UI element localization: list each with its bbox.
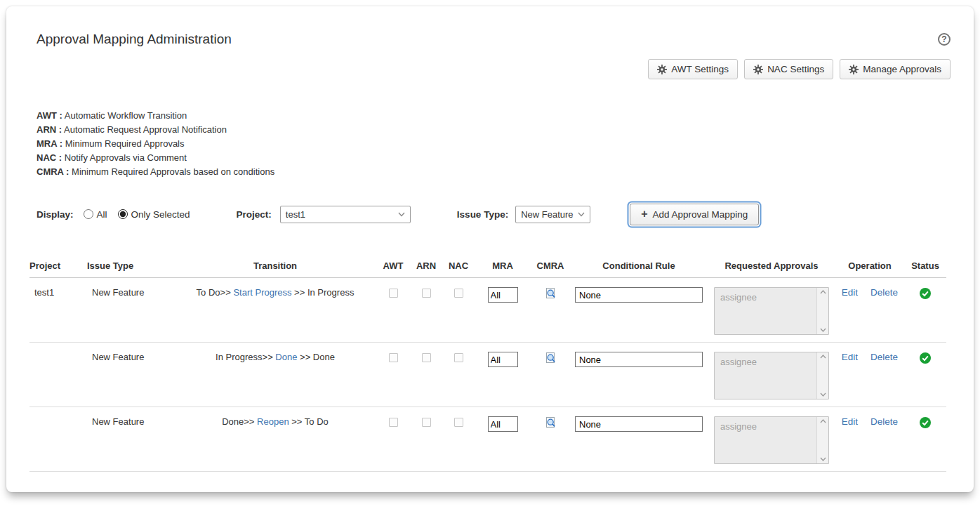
col-header-issue-type: Issue Type: [87, 256, 174, 278]
status-success-icon: [920, 288, 931, 301]
table-row: New Feature In Progress>> Done >> Done a…: [29, 343, 946, 407]
arn-checkbox[interactable]: [422, 418, 431, 427]
table-header-row: Project Issue Type Transition AWT ARN NA…: [29, 256, 946, 278]
display-all-label: All: [97, 209, 107, 220]
scroll-down-icon: [820, 392, 826, 397]
issue-type-label: Issue Type:: [457, 209, 508, 220]
arn-checkbox[interactable]: [422, 289, 431, 298]
cell-project: [29, 343, 87, 407]
col-header-arn: ARN: [410, 256, 442, 278]
edit-link[interactable]: Edit: [842, 287, 858, 298]
col-header-project: Project: [29, 256, 87, 278]
conditional-rule-input[interactable]: [575, 416, 703, 432]
cmra-view-icon[interactable]: [545, 417, 556, 431]
scrollbar[interactable]: [816, 352, 828, 399]
chevron-down-icon: [578, 212, 585, 217]
requested-approvals-field: assignee: [714, 287, 829, 335]
filter-bar: Display: All Only Selected Project: test…: [29, 203, 951, 225]
col-header-operation: Operation: [835, 256, 904, 278]
toolbar: AWT Settings NAC Settings: [29, 59, 951, 79]
transition-link[interactable]: Done: [275, 352, 297, 362]
legend-line-awt: AWT : Automatic Workflow Transition: [37, 109, 951, 123]
cmra-view-icon[interactable]: [545, 288, 556, 302]
conditional-rule-input[interactable]: [575, 352, 703, 367]
requested-approvals-field: assignee: [714, 352, 829, 399]
arn-checkbox[interactable]: [422, 353, 431, 362]
add-approval-mapping-button[interactable]: + Add Approval Mapping: [630, 204, 759, 225]
cell-project: [29, 407, 87, 472]
status-success-icon: [920, 352, 931, 366]
awt-settings-label: AWT Settings: [671, 64, 729, 74]
scroll-up-icon: [820, 355, 826, 359]
gear-icon: [657, 65, 667, 74]
project-select[interactable]: test1: [280, 206, 411, 223]
project-select-value: test1: [286, 209, 305, 220]
transition-link[interactable]: Start Progress: [233, 287, 291, 298]
requested-approvals-value: assignee: [715, 352, 828, 371]
plus-icon: +: [641, 209, 647, 220]
display-only-selected-label: Only Selected: [131, 209, 190, 220]
legend-line-mra: MRA : Minimum Required Approvals: [37, 137, 951, 151]
issue-type-select[interactable]: New Feature: [515, 206, 590, 223]
transition-link[interactable]: Reopen: [257, 416, 289, 427]
delete-link[interactable]: Delete: [870, 416, 898, 427]
nac-settings-button[interactable]: NAC Settings: [744, 59, 833, 79]
scrollbar[interactable]: [816, 417, 828, 463]
cell-transition: To Do>> Start Progress >> In Progress: [174, 278, 376, 343]
legend-line-arn: ARN : Automatic Request Approval Notific…: [37, 123, 951, 137]
requested-approvals-value: assignee: [715, 288, 828, 307]
cell-issue-type: New Feature: [87, 278, 174, 343]
mra-input[interactable]: [488, 416, 518, 432]
scroll-up-icon: [820, 419, 826, 423]
legend-line-cmra: CMRA : Minimum Required Approvals based …: [37, 165, 951, 179]
cell-transition: Done>> Reopen >> To Do: [174, 407, 376, 472]
col-header-cmra: CMRA: [531, 256, 570, 278]
delete-link[interactable]: Delete: [870, 287, 898, 298]
nac-checkbox[interactable]: [454, 353, 463, 362]
gear-icon: [753, 65, 763, 74]
cmra-view-icon[interactable]: [545, 352, 556, 366]
cell-issue-type: New Feature: [87, 343, 174, 407]
scrollbar[interactable]: [816, 288, 828, 334]
mra-input[interactable]: [488, 287, 518, 303]
delete-link[interactable]: Delete: [870, 352, 898, 362]
nac-checkbox[interactable]: [454, 418, 463, 427]
scroll-down-icon: [820, 457, 826, 461]
nac-checkbox[interactable]: [454, 289, 463, 298]
nac-settings-label: NAC Settings: [767, 64, 824, 74]
project-label: Project:: [237, 209, 272, 220]
table-row: test1 New Feature To Do>> Start Progress…: [29, 278, 946, 343]
display-only-selected-radio[interactable]: [118, 209, 128, 219]
awt-checkbox[interactable]: [389, 418, 398, 427]
display-radio-group: All Only Selected: [84, 209, 190, 220]
cell-project: test1: [29, 278, 87, 343]
manage-approvals-label: Manage Approvals: [863, 64, 941, 74]
scroll-down-icon: [820, 328, 826, 332]
conditional-rule-input[interactable]: [575, 287, 703, 303]
requested-approvals-value: assignee: [715, 417, 828, 436]
table-row: New Feature Done>> Reopen >> To Do assig…: [29, 407, 946, 472]
edit-link[interactable]: Edit: [842, 352, 858, 362]
awt-settings-button[interactable]: AWT Settings: [648, 59, 738, 79]
help-icon[interactable]: ?: [938, 33, 951, 46]
col-header-status: Status: [904, 256, 946, 278]
abbreviation-legend: AWT : Automatic Workflow Transition ARN …: [29, 109, 951, 179]
awt-checkbox[interactable]: [389, 289, 398, 298]
mra-input[interactable]: [488, 352, 518, 367]
page-header: Approval Mapping Administration ?: [29, 6, 951, 47]
awt-checkbox[interactable]: [389, 353, 398, 362]
chevron-down-icon: [398, 212, 405, 217]
col-header-nac: NAC: [442, 256, 475, 278]
scroll-up-icon: [820, 290, 826, 294]
col-header-transition: Transition: [174, 256, 376, 278]
manage-approvals-button[interactable]: Manage Approvals: [840, 59, 951, 79]
col-header-awt: AWT: [376, 256, 410, 278]
gear-icon: [849, 65, 859, 74]
issue-type-select-value: New Feature: [521, 209, 573, 220]
cell-issue-type: New Feature: [87, 407, 174, 472]
status-success-icon: [920, 417, 931, 430]
approval-mappings-table: Project Issue Type Transition AWT ARN NA…: [29, 256, 946, 472]
edit-link[interactable]: Edit: [842, 416, 858, 427]
display-all-radio[interactable]: [84, 209, 93, 219]
page-title: Approval Mapping Administration: [29, 32, 232, 47]
